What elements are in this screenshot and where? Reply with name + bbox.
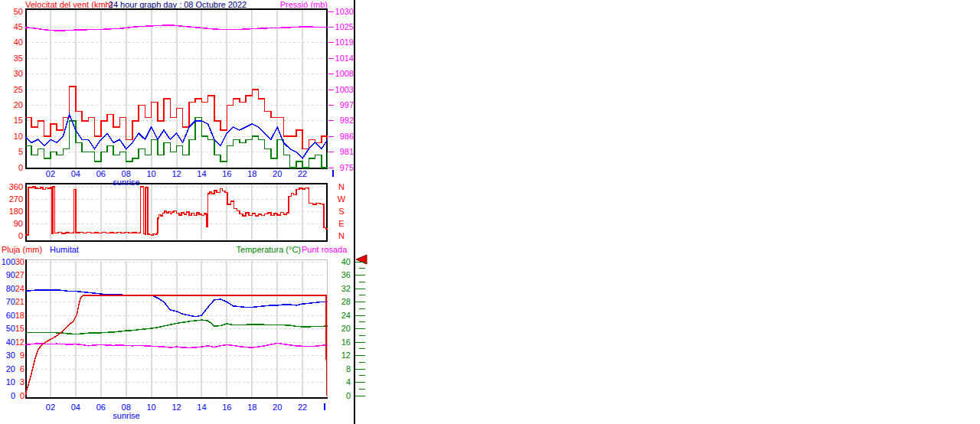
rain-tick-label: 18 (0, 311, 24, 320)
hour-tick-label-bottom: 22 (296, 403, 309, 412)
temperature-tick-label: 40 (329, 258, 351, 266)
wind-speed-pressure-chart (25, 8, 328, 169)
hour-tick-label-bottom: 06 (95, 403, 107, 412)
pressure-tick-label: 981 (331, 148, 354, 156)
dewpoint-legend-label: Punt rosada (302, 246, 347, 254)
wind-speed-tick-label: 25 (0, 86, 23, 94)
frame-divider (354, 0, 355, 424)
wind-speed-tick-label: 50 (0, 8, 23, 16)
pressure-tick-label: 1014 (331, 54, 354, 63)
temperature-major-tick (355, 315, 365, 316)
hour-tick-label-bottom: 14 (195, 403, 207, 412)
temperature-major-tick (355, 369, 365, 370)
rain-tick-label: 27 (0, 271, 24, 279)
hour-tick-label-top: 10 (145, 170, 158, 178)
temperature-tick-label: 36 (329, 271, 351, 279)
compass-letter-label: N (335, 232, 348, 240)
hour-tick-label-top: 14 (195, 170, 207, 178)
direction-tick-label: 270 (0, 195, 23, 204)
compass-letter-label: S (335, 207, 348, 216)
direction-tick-label: 0 (0, 232, 23, 240)
pressure-tick-label: 1030 (331, 8, 354, 16)
wind-speed-tick-label: 20 (0, 101, 23, 109)
wind-speed-tick-label: 15 (0, 116, 23, 125)
direction-tick-label: 180 (0, 207, 23, 216)
hour-tick-label-top: 12 (171, 170, 183, 178)
sunrise-label-bottom: sunrise (106, 412, 146, 420)
hour-tick-label-top: 22 (296, 170, 309, 178)
temperature-major-tick (355, 355, 365, 356)
hour-tick-label-top: 06 (95, 170, 107, 178)
pressure-tick-label: 1025 (331, 23, 354, 31)
temperature-major-tick (355, 262, 365, 263)
rain-tick-label: 21 (0, 298, 24, 306)
temperature-minor-tick (359, 375, 365, 376)
humidity-legend-label: Humitat (50, 246, 79, 254)
wind-speed-tick-label: 10 (0, 132, 23, 141)
rain-tick-label: 12 (0, 338, 24, 347)
hour-tick-label-bottom: 04 (70, 403, 82, 412)
pressure-tick-label: 1008 (331, 70, 354, 78)
rain-tick-label: 6 (0, 365, 24, 373)
temperature-major-tick (355, 275, 365, 276)
wind-speed-tick-label: 45 (0, 23, 23, 31)
hour-tick-label-top: 20 (271, 170, 283, 178)
compass-letter-label: W (335, 195, 348, 204)
wind-speed-tick-label: 30 (0, 70, 23, 78)
pressure-tick-label: 975 (331, 164, 354, 172)
wind-speed-tick-label: 35 (0, 54, 23, 63)
temperature-minor-tick (359, 321, 365, 322)
temperature-tick-label: 28 (329, 298, 351, 306)
pressure-tick-label: 1003 (331, 86, 354, 94)
rain-humidity-temperature-chart (25, 259, 328, 399)
rain-tick-label: 24 (0, 285, 24, 293)
sunrise-label-top: sunrise (106, 178, 146, 187)
temperature-tick-label: 4 (329, 378, 351, 386)
axis-end-tick (324, 403, 325, 410)
temperature-minor-tick (359, 268, 365, 269)
compass-letter-label: E (335, 220, 348, 228)
hour-tick-label-top: 16 (220, 170, 233, 178)
wind-speed-tick-label: 5 (0, 148, 23, 156)
temperature-minor-tick (359, 335, 365, 336)
temperature-minor-tick (359, 308, 365, 309)
hour-tick-label-bottom: 02 (44, 403, 57, 412)
hour-tick-label-bottom: 16 (220, 403, 233, 412)
hour-tick-label-bottom: 12 (171, 403, 183, 412)
direction-tick-label: 90 (0, 220, 23, 228)
temperature-major-tick (355, 302, 365, 302)
hour-tick-label-bottom: 08 (120, 403, 132, 412)
wind-speed-tick-label: 0 (0, 164, 23, 172)
hour-tick-label-top: 18 (246, 170, 258, 178)
rain-legend-label: Pluja (mm) (2, 246, 42, 254)
weather-24h-graph-page: Velocitat del vent (kmh) 24 hour graph d… (0, 0, 980, 424)
temperature-legend-label: Temperatura (°C) (214, 246, 301, 254)
temperature-tick-label: 24 (329, 311, 351, 320)
temperature-tick-label: 32 (329, 285, 351, 293)
temperature-tick-label: 20 (329, 325, 351, 333)
temperature-tick-label: 8 (329, 365, 351, 373)
temperature-major-tick (355, 289, 365, 289)
temperature-tick-label: 12 (329, 351, 351, 360)
pressure-tick-label: 992 (331, 116, 354, 125)
rain-tick-label: 15 (0, 325, 24, 333)
temperature-minor-tick (359, 348, 365, 349)
temperature-major-tick (355, 328, 365, 329)
wind-speed-tick-label: 40 (0, 38, 23, 47)
temperature-major-tick (355, 396, 365, 396)
pressure-tick-label: 986 (331, 132, 354, 141)
pressure-tick-label: 1019 (331, 38, 354, 47)
hour-tick-label-bottom: 18 (246, 403, 258, 412)
rain-tick-label: 30 (0, 258, 24, 266)
rain-tick-label: 0 (0, 392, 24, 400)
temperature-minor-tick (359, 282, 365, 282)
compass-letter-label: N (335, 183, 348, 191)
pressure-tick-label: 997 (331, 101, 354, 109)
marker-left-arrow-icon (355, 254, 368, 266)
hour-tick-label-top: 02 (44, 170, 57, 178)
wind-direction-chart (25, 183, 328, 242)
hour-tick-label-bottom: 10 (145, 403, 158, 412)
temperature-tick-label: 0 (329, 392, 351, 400)
temperature-minor-tick (359, 362, 365, 363)
rain-tick-label: 3 (0, 378, 24, 386)
